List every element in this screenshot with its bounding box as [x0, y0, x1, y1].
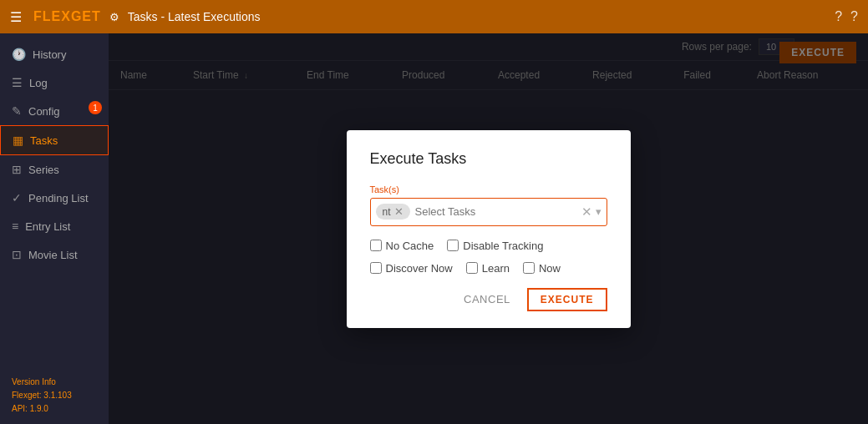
sidebar-item-log[interactable]: ☰ Log [0, 68, 109, 97]
layout: 🕐 History ☰ Log ✎ Config 1 ▦ Tasks ⊞ Ser… [0, 33, 868, 424]
history-icon: 🕐 [12, 48, 26, 61]
sidebar-item-entry-list[interactable]: ≡ Entry List [0, 212, 109, 240]
sidebar-item-config[interactable]: ✎ Config 1 [0, 97, 109, 125]
sidebar: 🕐 History ☰ Log ✎ Config 1 ▦ Tasks ⊞ Ser… [0, 33, 109, 424]
entry-list-icon: ≡ [12, 220, 18, 233]
notification-icon[interactable]: ? [835, 9, 842, 24]
task-select-wrapper[interactable]: nt ✕ ✕ ▾ [370, 198, 607, 226]
checkbox-row-1: No Cache Disable Tracking [370, 240, 607, 252]
now-label: Now [539, 262, 561, 275]
version-info: Version Info Flexget: 3.1.103 API: 1.9.0 [0, 367, 109, 424]
task-tag: nt ✕ [376, 204, 410, 220]
version-label: Version Info [12, 376, 97, 389]
sidebar-item-series-label: Series [28, 164, 59, 176]
hamburger-icon[interactable]: ☰ [10, 9, 22, 25]
pending-list-icon: ✓ [12, 191, 22, 204]
discover-now-checkbox[interactable]: Discover Now [370, 262, 453, 275]
sidebar-item-movie-list-label: Movie List [28, 249, 78, 261]
dialog-overlay: Execute Tasks Task(s) nt ✕ ✕ ▾ [109, 33, 868, 424]
disable-tracking-label: Disable Tracking [463, 240, 543, 252]
topbar-right: ? ? [835, 9, 858, 24]
movie-list-icon: ⊡ [12, 248, 22, 261]
sidebar-item-pending-list-label: Pending List [28, 192, 89, 204]
no-cache-label: No Cache [386, 240, 434, 252]
sidebar-item-history-label: History [33, 48, 66, 61]
sidebar-item-movie-list[interactable]: ⊡ Movie List [0, 240, 109, 269]
logo: FLEXGET [33, 9, 101, 24]
learn-checkbox[interactable]: Learn [466, 262, 510, 275]
no-cache-input[interactable] [370, 240, 382, 251]
learn-label: Learn [482, 262, 510, 275]
task-field-label: Task(s) [370, 184, 607, 194]
now-input[interactable] [523, 262, 535, 274]
page-title: Tasks - Latest Executions [128, 10, 261, 23]
logo-get: GET [71, 9, 101, 23]
sidebar-item-tasks-label: Tasks [30, 134, 58, 147]
select-dropdown-icon[interactable]: ▾ [596, 205, 602, 218]
help-icon[interactable]: ? [850, 9, 858, 24]
api-value: API: 1.9.0 [12, 402, 97, 416]
dialog-actions: CANCEL EXECUTE [370, 288, 607, 311]
sidebar-item-entry-list-label: Entry List [25, 220, 70, 233]
series-icon: ⊞ [12, 163, 22, 176]
topbar: ☰ FLEXGET ⚙ Tasks - Latest Executions ? … [0, 0, 868, 33]
topbar-left: ☰ FLEXGET ⚙ Tasks - Latest Executions [10, 9, 261, 25]
learn-input[interactable] [466, 262, 478, 274]
sidebar-item-history[interactable]: 🕐 History [0, 40, 109, 68]
checkbox-row-2: Discover Now Learn Now [370, 262, 607, 275]
sidebar-item-tasks[interactable]: ▦ Tasks [0, 125, 109, 155]
execute-tasks-dialog: Execute Tasks Task(s) nt ✕ ✕ ▾ [347, 130, 631, 328]
log-icon: ☰ [12, 76, 23, 89]
task-tag-close-icon[interactable]: ✕ [394, 205, 404, 218]
sidebar-item-series[interactable]: ⊞ Series [0, 155, 109, 184]
execute-button-dialog[interactable]: EXECUTE [527, 288, 607, 311]
sidebar-item-config-label: Config [28, 105, 60, 118]
no-cache-checkbox[interactable]: No Cache [370, 240, 434, 252]
cancel-button[interactable]: CANCEL [457, 290, 517, 309]
task-select-input[interactable] [415, 205, 576, 218]
settings-icon[interactable]: ⚙ [109, 11, 119, 23]
now-checkbox[interactable]: Now [523, 262, 561, 275]
disable-tracking-input[interactable] [447, 240, 459, 251]
main-content: Rows per page: 10 25 50 0-0 of 0 ‹ › Nam… [109, 33, 868, 424]
select-controls: ✕ ▾ [581, 204, 602, 220]
version-value: Flexget: 3.1.103 [12, 389, 97, 402]
discover-now-input[interactable] [370, 262, 382, 274]
sidebar-item-pending-list[interactable]: ✓ Pending List [0, 184, 109, 212]
discover-now-label: Discover Now [386, 262, 453, 275]
tasks-icon: ▦ [13, 134, 23, 147]
config-badge: 1 [89, 101, 102, 114]
config-icon: ✎ [12, 104, 22, 118]
logo-flex: FLEX [33, 9, 71, 23]
select-clear-icon[interactable]: ✕ [581, 204, 592, 220]
sidebar-item-log-label: Log [29, 77, 48, 89]
dialog-title: Execute Tasks [370, 150, 607, 168]
task-tag-text: nt [383, 206, 391, 218]
disable-tracking-checkbox[interactable]: Disable Tracking [447, 240, 543, 252]
